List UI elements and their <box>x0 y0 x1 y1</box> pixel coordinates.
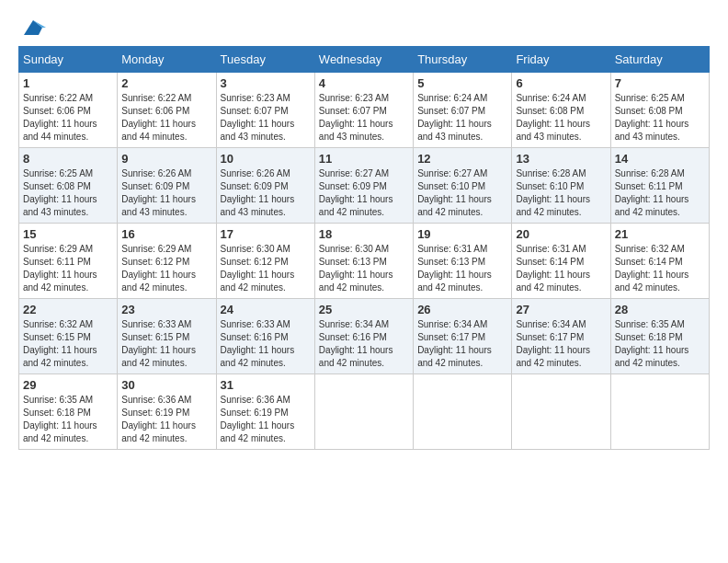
day-number: 22 <box>23 303 113 316</box>
day-info: Sunrise: 6:24 AM Sunset: 6:08 PM Dayligh… <box>516 92 606 144</box>
calendar-week-row: 15 Sunrise: 6:29 AM Sunset: 6:11 PM Dayl… <box>19 224 710 299</box>
day-info: Sunrise: 6:28 AM Sunset: 6:11 PM Dayligh… <box>615 167 705 219</box>
calendar-day-cell <box>414 374 512 450</box>
day-info: Sunrise: 6:23 AM Sunset: 6:07 PM Dayligh… <box>319 92 409 144</box>
day-number: 13 <box>516 152 606 166</box>
day-info: Sunrise: 6:24 AM Sunset: 6:07 PM Dayligh… <box>417 92 507 144</box>
day-number: 21 <box>615 227 705 241</box>
day-info: Sunrise: 6:27 AM Sunset: 6:09 PM Dayligh… <box>319 167 409 219</box>
day-info: Sunrise: 6:32 AM Sunset: 6:14 PM Dayligh… <box>615 243 705 294</box>
day-number: 17 <box>221 227 311 241</box>
day-number: 19 <box>417 227 507 241</box>
day-info: Sunrise: 6:31 AM Sunset: 6:14 PM Dayligh… <box>516 243 606 294</box>
day-info: Sunrise: 6:36 AM Sunset: 6:19 PM Dayligh… <box>121 394 211 445</box>
calendar-day-cell: 19 Sunrise: 6:31 AM Sunset: 6:13 PM Dayl… <box>414 224 512 299</box>
day-number: 14 <box>615 152 705 166</box>
day-of-week-header: Thursday <box>414 47 512 73</box>
day-info: Sunrise: 6:29 AM Sunset: 6:11 PM Dayligh… <box>23 243 113 294</box>
day-info: Sunrise: 6:34 AM Sunset: 6:16 PM Dayligh… <box>319 318 409 370</box>
day-of-week-header: Monday <box>118 47 216 73</box>
calendar-header-row: SundayMondayTuesdayWednesdayThursdayFrid… <box>19 47 710 73</box>
day-number: 26 <box>417 303 507 316</box>
day-info: Sunrise: 6:30 AM Sunset: 6:12 PM Dayligh… <box>221 243 311 294</box>
day-number: 4 <box>319 76 409 90</box>
logo <box>18 18 46 37</box>
day-info: Sunrise: 6:25 AM Sunset: 6:08 PM Dayligh… <box>615 92 705 144</box>
day-number: 15 <box>23 227 113 241</box>
day-number: 12 <box>417 152 507 166</box>
calendar-day-cell: 5 Sunrise: 6:24 AM Sunset: 6:07 PM Dayli… <box>414 73 512 148</box>
calendar-day-cell: 10 Sunrise: 6:26 AM Sunset: 6:09 PM Dayl… <box>216 148 314 224</box>
day-number: 3 <box>221 76 311 90</box>
day-info: Sunrise: 6:33 AM Sunset: 6:16 PM Dayligh… <box>221 318 311 370</box>
calendar-day-cell <box>512 374 610 450</box>
calendar-day-cell: 16 Sunrise: 6:29 AM Sunset: 6:12 PM Dayl… <box>118 224 216 299</box>
calendar-day-cell: 27 Sunrise: 6:34 AM Sunset: 6:17 PM Dayl… <box>512 299 610 374</box>
calendar-week-row: 22 Sunrise: 6:32 AM Sunset: 6:15 PM Dayl… <box>19 299 710 374</box>
calendar-day-cell: 9 Sunrise: 6:26 AM Sunset: 6:09 PM Dayli… <box>118 148 216 224</box>
calendar-day-cell: 29 Sunrise: 6:35 AM Sunset: 6:18 PM Dayl… <box>19 374 118 450</box>
day-of-week-header: Sunday <box>19 47 118 73</box>
day-number: 5 <box>417 76 507 90</box>
calendar-day-cell <box>314 374 413 450</box>
calendar-day-cell: 31 Sunrise: 6:36 AM Sunset: 6:19 PM Dayl… <box>216 374 314 450</box>
day-number: 25 <box>319 303 409 316</box>
calendar-day-cell: 18 Sunrise: 6:30 AM Sunset: 6:13 PM Dayl… <box>314 224 413 299</box>
calendar-day-cell: 3 Sunrise: 6:23 AM Sunset: 6:07 PM Dayli… <box>216 73 314 148</box>
day-info: Sunrise: 6:26 AM Sunset: 6:09 PM Dayligh… <box>221 167 311 219</box>
calendar-day-cell: 2 Sunrise: 6:22 AM Sunset: 6:06 PM Dayli… <box>118 73 216 148</box>
day-number: 18 <box>319 227 409 241</box>
day-info: Sunrise: 6:34 AM Sunset: 6:17 PM Dayligh… <box>417 318 507 370</box>
calendar-day-cell: 30 Sunrise: 6:36 AM Sunset: 6:19 PM Dayl… <box>118 374 216 450</box>
calendar-week-row: 29 Sunrise: 6:35 AM Sunset: 6:18 PM Dayl… <box>19 374 710 450</box>
day-info: Sunrise: 6:31 AM Sunset: 6:13 PM Dayligh… <box>417 243 507 294</box>
day-number: 10 <box>221 152 311 166</box>
day-of-week-header: Tuesday <box>216 47 314 73</box>
calendar-day-cell: 12 Sunrise: 6:27 AM Sunset: 6:10 PM Dayl… <box>414 148 512 224</box>
calendar-day-cell: 20 Sunrise: 6:31 AM Sunset: 6:14 PM Dayl… <box>512 224 610 299</box>
day-info: Sunrise: 6:35 AM Sunset: 6:18 PM Dayligh… <box>615 318 705 370</box>
day-number: 27 <box>516 303 606 316</box>
calendar-day-cell: 6 Sunrise: 6:24 AM Sunset: 6:08 PM Dayli… <box>512 73 610 148</box>
calendar-day-cell: 23 Sunrise: 6:33 AM Sunset: 6:15 PM Dayl… <box>118 299 216 374</box>
calendar-day-cell: 21 Sunrise: 6:32 AM Sunset: 6:14 PM Dayl… <box>610 224 709 299</box>
day-info: Sunrise: 6:22 AM Sunset: 6:06 PM Dayligh… <box>23 92 113 144</box>
day-of-week-header: Wednesday <box>314 47 413 73</box>
day-number: 2 <box>121 76 211 90</box>
day-number: 1 <box>23 76 113 90</box>
day-info: Sunrise: 6:25 AM Sunset: 6:08 PM Dayligh… <box>23 167 113 219</box>
day-info: Sunrise: 6:30 AM Sunset: 6:13 PM Dayligh… <box>319 243 409 294</box>
day-info: Sunrise: 6:26 AM Sunset: 6:09 PM Dayligh… <box>121 167 211 219</box>
day-info: Sunrise: 6:23 AM Sunset: 6:07 PM Dayligh… <box>221 92 311 144</box>
day-info: Sunrise: 6:29 AM Sunset: 6:12 PM Dayligh… <box>121 243 211 294</box>
calendar-week-row: 1 Sunrise: 6:22 AM Sunset: 6:06 PM Dayli… <box>19 73 710 148</box>
calendar-day-cell: 22 Sunrise: 6:32 AM Sunset: 6:15 PM Dayl… <box>19 299 118 374</box>
day-number: 8 <box>23 152 113 166</box>
calendar-week-row: 8 Sunrise: 6:25 AM Sunset: 6:08 PM Dayli… <box>19 148 710 224</box>
day-info: Sunrise: 6:34 AM Sunset: 6:17 PM Dayligh… <box>516 318 606 370</box>
day-number: 29 <box>23 378 113 392</box>
calendar-day-cell: 17 Sunrise: 6:30 AM Sunset: 6:12 PM Dayl… <box>216 224 314 299</box>
logo-icon <box>20 18 46 37</box>
calendar-day-cell: 1 Sunrise: 6:22 AM Sunset: 6:06 PM Dayli… <box>19 73 118 148</box>
day-info: Sunrise: 6:33 AM Sunset: 6:15 PM Dayligh… <box>121 318 211 370</box>
day-number: 28 <box>615 303 705 316</box>
day-number: 7 <box>615 76 705 90</box>
calendar-day-cell: 8 Sunrise: 6:25 AM Sunset: 6:08 PM Dayli… <box>19 148 118 224</box>
day-info: Sunrise: 6:22 AM Sunset: 6:06 PM Dayligh… <box>121 92 211 144</box>
calendar-day-cell: 4 Sunrise: 6:23 AM Sunset: 6:07 PM Dayli… <box>314 73 413 148</box>
day-info: Sunrise: 6:28 AM Sunset: 6:10 PM Dayligh… <box>516 167 606 219</box>
calendar-day-cell: 14 Sunrise: 6:28 AM Sunset: 6:11 PM Dayl… <box>610 148 709 224</box>
day-info: Sunrise: 6:36 AM Sunset: 6:19 PM Dayligh… <box>221 394 311 445</box>
calendar-table: SundayMondayTuesdayWednesdayThursdayFrid… <box>18 46 710 450</box>
svg-marker-0 <box>24 20 42 35</box>
day-info: Sunrise: 6:27 AM Sunset: 6:10 PM Dayligh… <box>417 167 507 219</box>
day-number: 9 <box>121 152 211 166</box>
day-number: 23 <box>121 303 211 316</box>
calendar-day-cell: 24 Sunrise: 6:33 AM Sunset: 6:16 PM Dayl… <box>216 299 314 374</box>
day-number: 31 <box>221 378 311 392</box>
day-number: 6 <box>516 76 606 90</box>
day-number: 30 <box>121 378 211 392</box>
calendar-day-cell <box>610 374 709 450</box>
day-info: Sunrise: 6:32 AM Sunset: 6:15 PM Dayligh… <box>23 318 113 370</box>
